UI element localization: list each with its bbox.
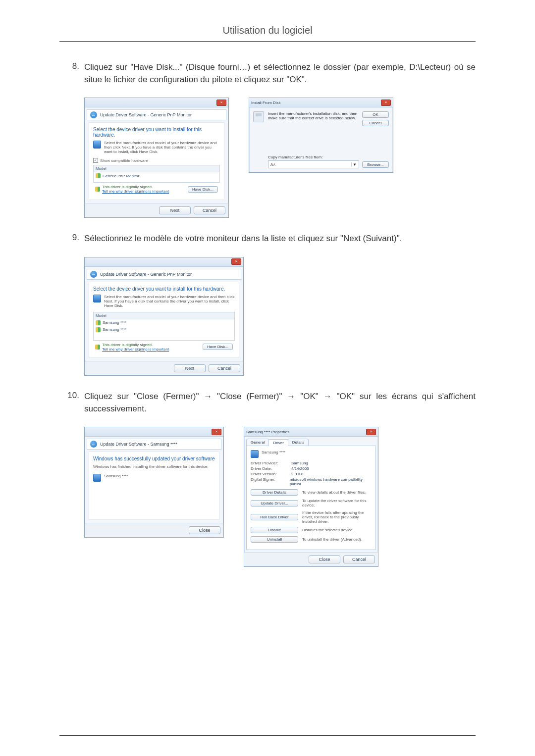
browse-button[interactable]: Browse... <box>362 161 389 168</box>
dialog-heading: Windows has successfully updated your dr… <box>93 456 215 461</box>
monitor-icon <box>251 450 259 458</box>
close-icon[interactable]: × <box>212 429 221 435</box>
step-text-8: Cliquez sur "Have Disk..." (Disque fourn… <box>84 61 476 86</box>
next-button[interactable]: Next <box>159 206 191 214</box>
dialog-title: Install From Disk <box>251 101 281 105</box>
shield-icon <box>96 327 101 332</box>
signing-link[interactable]: Tell me why driver signing is important <box>102 189 169 194</box>
show-compatible-checkbox[interactable]: ✓ <box>93 158 98 163</box>
monitor-icon <box>93 141 101 149</box>
signing-link[interactable]: Tell me why driver signing is important <box>102 347 169 352</box>
shield-icon <box>95 187 100 192</box>
step-text-9: Sélectionnez le modèle de votre moniteur… <box>84 233 476 245</box>
dialog-install-from-disk: Install From Disk × Insert the manufactu… <box>249 98 393 173</box>
device-name: Samsung **** <box>104 474 128 478</box>
cancel-button[interactable]: Cancel <box>209 364 240 372</box>
cancel-button[interactable]: Cancel <box>343 555 375 563</box>
back-icon[interactable]: ← <box>90 111 97 118</box>
dialog-update-driver-havedisk: × ← Update Driver Software - Generic PnP… <box>84 98 229 218</box>
back-icon[interactable]: ← <box>90 441 97 448</box>
cancel-button[interactable]: Cancel <box>362 120 389 126</box>
shield-icon <box>96 320 101 325</box>
step-text-10: Cliquez sur "Close (Fermer)" → "Close (F… <box>84 391 476 415</box>
close-icon[interactable]: × <box>216 100 226 106</box>
list-item[interactable]: Generic PnP Monitor <box>94 172 219 179</box>
step-number-8: 8. <box>59 61 84 71</box>
signed-label: This driver is digitally signed. <box>102 185 169 189</box>
dialog-hint: Select the manufacturer and model of you… <box>104 295 235 308</box>
shield-icon <box>96 173 101 178</box>
page-title: Utilisation du logiciel <box>59 25 476 42</box>
cancel-button[interactable]: Cancel <box>194 206 225 214</box>
tab-general[interactable]: General <box>246 439 269 446</box>
dialog-hint: Select the manufacturer and model of you… <box>104 141 220 154</box>
list-header: Model <box>94 165 219 172</box>
chevron-down-icon[interactable]: ▼ <box>351 162 358 167</box>
disk-message: Insert the manufacturer's installation d… <box>268 111 358 126</box>
dialog-subtext: Windows has finished installing the driv… <box>93 464 215 469</box>
have-disk-button[interactable]: Have Disk... <box>203 344 233 350</box>
step-number-10: 10. <box>59 391 84 401</box>
device-name: Samsung **** <box>262 450 285 454</box>
monitor-icon <box>93 295 101 302</box>
close-icon[interactable]: × <box>231 258 241 265</box>
dialog-title: Samsung **** Properties <box>246 430 289 434</box>
copy-from-label: Copy manufacturer's files from: <box>268 155 389 159</box>
breadcrumb: Update Driver Software - Generic PnP Mon… <box>100 272 192 277</box>
uninstall-button[interactable]: Uninstall <box>251 536 298 543</box>
ok-button[interactable]: OK <box>362 111 389 118</box>
close-button[interactable]: Close <box>309 555 340 563</box>
disable-button[interactable]: Disable <box>251 527 298 533</box>
breadcrumb: Update Driver Software - Generic PnP Mon… <box>100 112 192 117</box>
update-driver-button[interactable]: Update Driver... <box>251 500 298 506</box>
dialog-select-model: × ← Update Driver Software - Generic PnP… <box>84 257 244 376</box>
breadcrumb: Update Driver Software - Samsung **** <box>100 442 177 447</box>
monitor-icon <box>93 474 101 482</box>
list-item[interactable]: Samsung **** <box>94 319 234 326</box>
show-compatible-label: Show compatible hardware <box>100 158 148 163</box>
dialog-update-success: × ← Update Driver Software - Samsung ***… <box>84 427 224 538</box>
drive-combobox[interactable]: A:\ ▼ <box>268 160 359 168</box>
close-icon[interactable]: × <box>381 100 391 106</box>
dialog-heading: Select the device driver you want to ins… <box>93 286 235 292</box>
back-icon[interactable]: ← <box>90 271 97 278</box>
tab-details[interactable]: Details <box>288 439 309 446</box>
list-item[interactable]: Samsung **** <box>94 326 234 333</box>
list-header: Model <box>94 312 234 319</box>
close-icon[interactable]: × <box>366 429 376 435</box>
roll-back-driver-button[interactable]: Roll Back Driver <box>251 514 298 520</box>
signed-label: This driver is digitally signed. <box>102 343 169 347</box>
dialog-properties: Samsung **** Properties × General Driver… <box>244 427 378 567</box>
next-button[interactable]: Next <box>174 364 206 372</box>
driver-details-button[interactable]: Driver Details <box>251 489 298 496</box>
tab-driver[interactable]: Driver <box>268 439 288 446</box>
floppy-icon <box>253 111 264 122</box>
dialog-heading: Select the device driver you want to ins… <box>93 127 220 138</box>
close-button[interactable]: Close <box>189 526 220 534</box>
have-disk-button[interactable]: Have Disk... <box>188 186 218 193</box>
step-number-9: 9. <box>59 233 84 243</box>
shield-icon <box>95 345 100 350</box>
